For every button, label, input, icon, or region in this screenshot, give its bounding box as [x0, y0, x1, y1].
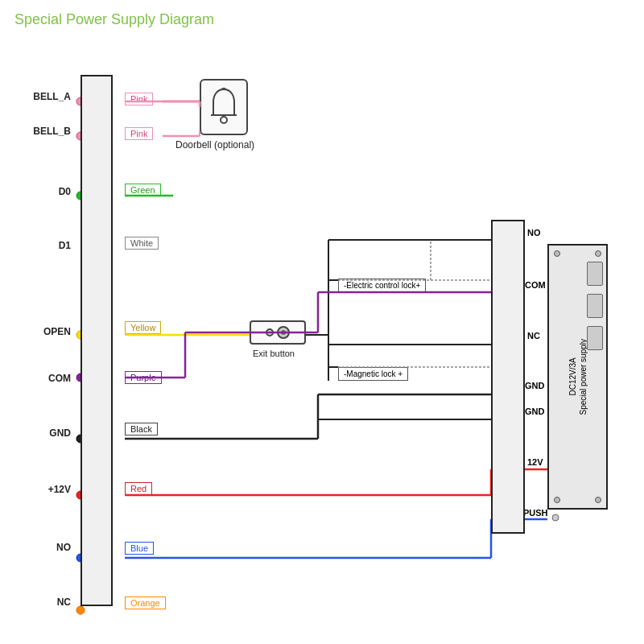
ctrl-label-open: OPEN	[0, 326, 71, 337]
wire-label-black: Black	[125, 423, 158, 436]
ctrl-label-gnd: GND	[0, 427, 71, 439]
psu-screw-br	[595, 497, 601, 503]
exit-btn-main	[277, 326, 290, 339]
exit-btn-icon	[250, 320, 306, 345]
term-label-nc: NC	[527, 331, 540, 341]
svg-point-0	[221, 117, 227, 123]
svg-point-3	[552, 514, 559, 521]
electric-lock-label: -Electric control lock+	[338, 279, 426, 292]
psu-box: DC12V/3A Special power supply	[547, 244, 608, 510]
psu-screw-bl	[554, 497, 560, 503]
term-label-push: PUSH	[523, 508, 548, 518]
ctrl-label-nc: NC	[0, 597, 71, 608]
diagram-area: DC12V/3A Special power supply BELL_A BEL…	[0, 35, 644, 638]
psu-vent-3	[587, 326, 603, 350]
ctrl-label-no: NO	[0, 542, 71, 553]
doorbell-icon	[200, 79, 248, 135]
wire-label-pink-b: Pink	[125, 127, 153, 140]
term-label-gnd1: GND	[525, 381, 544, 390]
exit-btn-dot1	[266, 328, 274, 336]
wire-label-purple: Purple	[125, 371, 162, 384]
page-title: Special Power Supply Diagram	[0, 0, 644, 35]
ctrl-label-com: COM	[0, 373, 71, 384]
dot-nc	[76, 606, 85, 614]
wire-label-white: White	[125, 237, 159, 250]
ctrl-label-d0: D0	[0, 186, 71, 197]
wire-label-red: Red	[125, 482, 152, 495]
psu-screw-tr	[595, 250, 601, 257]
term-label-12v: 12V	[527, 457, 543, 467]
wire-label-orange: Orange	[125, 597, 166, 609]
ctrl-label-bell-b: BELL_B	[0, 126, 71, 137]
bell-svg	[205, 86, 242, 128]
term-label-com: COM	[525, 280, 546, 290]
exit-btn-center	[281, 330, 286, 335]
wire-label-blue: Blue	[125, 542, 154, 555]
magnetic-lock-label: -Magnetic lock +	[338, 367, 408, 381]
controller-box	[80, 75, 113, 606]
ctrl-label-12v: +12V	[0, 484, 71, 495]
wire-label-green: Green	[125, 184, 161, 196]
doorbell-label: Doorbell (optional)	[175, 139, 254, 151]
term-label-no: NO	[527, 228, 541, 237]
psu-vent-2	[587, 294, 603, 318]
psu-screw-tl	[554, 250, 560, 257]
ctrl-label-bell-a: BELL_A	[0, 91, 71, 102]
psu-vent-1	[587, 262, 603, 286]
terminal-box	[491, 220, 525, 534]
psu-label: DC12V/3A Special power supply	[568, 339, 588, 415]
wire-label-pink-a: Pink	[125, 93, 153, 105]
wire-label-yellow: Yellow	[125, 321, 161, 334]
term-label-gnd2: GND	[525, 407, 544, 416]
exit-btn-label: Exit button	[253, 349, 295, 358]
psu-vents	[587, 262, 603, 350]
ctrl-label-d1: D1	[0, 240, 71, 251]
